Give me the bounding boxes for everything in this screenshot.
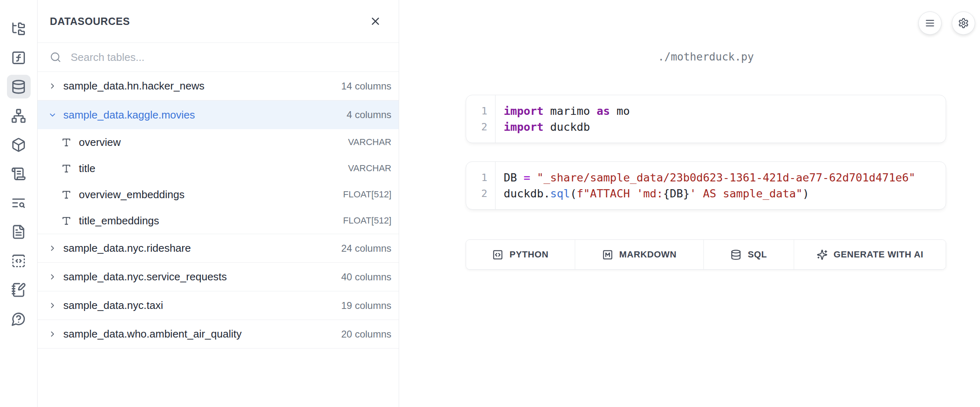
table-name: sample_data.nyc.taxi [63, 299, 335, 312]
sidebar-item-snippet-code[interactable] [7, 249, 31, 273]
panel-header: DATASOURCES [38, 0, 399, 43]
search-input[interactable] [70, 51, 386, 64]
line-number: 1 [466, 103, 495, 119]
table-row[interactable]: sample_data.kaggle.movies4 columns [38, 101, 399, 129]
chevron-right-icon [48, 330, 57, 338]
add-generate-with-ai-button[interactable]: GENERATE WITH AI [794, 240, 946, 269]
add-cell-bar: PYTHONMARKDOWNSQLGENERATE WITH AI [466, 239, 946, 270]
file-text-icon [11, 224, 26, 239]
column-name: title_embeddings [79, 215, 336, 227]
table-columns-count: 19 columns [341, 300, 391, 311]
text-search-icon [11, 195, 26, 210]
panel-title: DATASOURCES [50, 16, 130, 27]
column-name: overview_embeddings [79, 188, 336, 201]
code-cell: 12DB = "_share/sample_data/23b0d623-1361… [466, 161, 946, 210]
column-type: VARCHAR [348, 163, 391, 174]
line-number: 2 [466, 119, 495, 135]
code-editor[interactable]: import marimo as moimport duckdb [496, 95, 946, 143]
table-name: sample_data.who.ambient_air_quality [63, 328, 335, 340]
sparkles-icon [817, 249, 828, 260]
chevron-right-icon [48, 82, 57, 90]
type-icon [61, 137, 71, 148]
type-icon [61, 216, 71, 226]
help-chat-icon [11, 311, 26, 326]
type-icon [61, 190, 71, 200]
column-list: overviewVARCHARtitleVARCHARoverview_embe… [38, 129, 399, 234]
table-row[interactable]: sample_data.who.ambient_air_quality20 co… [38, 320, 399, 349]
sidebar-item-box[interactable] [7, 133, 31, 157]
code-editor[interactable]: DB = "_share/sample_data/23b0d623-1361-4… [496, 162, 946, 209]
line-number-gutter: 12 [466, 95, 496, 143]
square-code-icon [492, 249, 503, 260]
table-name: sample_data.kaggle.movies [63, 109, 340, 121]
column-row[interactable]: titleVARCHAR [38, 155, 399, 181]
sidebar-item-database[interactable] [7, 75, 31, 98]
sidebar-item-scroll-text[interactable] [7, 162, 31, 186]
add-python-button[interactable]: PYTHON [466, 240, 575, 269]
sidebar-item-folder-tree[interactable] [7, 17, 31, 40]
table-row[interactable]: sample_data.nyc.service_requests40 colum… [38, 263, 399, 291]
column-type: FLOAT[512] [343, 189, 391, 200]
table-columns-count: 40 columns [341, 271, 391, 283]
marimo-app: DATASOURCES sample_data.hn.hacker_news14… [0, 0, 980, 407]
square-m-icon [602, 249, 613, 260]
column-name: title [79, 162, 341, 175]
code-line: duckdb.sql(f"ATTACH 'md:{DB}' AS sample_… [504, 186, 946, 201]
sidebar-item-help-chat[interactable] [7, 307, 31, 331]
folder-tree-icon [11, 21, 26, 36]
add-markdown-button[interactable]: MARKDOWN [575, 240, 704, 269]
line-number-gutter: 12 [466, 162, 496, 209]
chevron-down-icon [48, 111, 57, 119]
column-row[interactable]: overviewVARCHAR [38, 129, 399, 155]
scroll-text-icon [11, 166, 26, 181]
close-icon[interactable] [369, 15, 382, 27]
column-row[interactable]: title_embeddingsFLOAT[512] [38, 208, 399, 234]
code-line: import duckdb [504, 119, 946, 135]
add-sql-button[interactable]: SQL [704, 240, 794, 269]
table-name: sample_data.hn.hacker_news [63, 80, 335, 92]
code-line: import marimo as mo [504, 103, 946, 119]
add-button-label: PYTHON [509, 249, 548, 260]
table-name: sample_data.nyc.rideshare [63, 242, 335, 255]
database-icon [730, 249, 741, 260]
chevron-right-icon [48, 244, 57, 253]
table-columns-count: 4 columns [347, 109, 391, 121]
sidebar-item-function-square[interactable] [7, 46, 31, 69]
line-number: 2 [466, 186, 495, 201]
code-line: DB = "_share/sample_data/23b0d623-1361-4… [504, 170, 946, 186]
icon-sidebar [0, 0, 38, 407]
sidebar-item-text-search[interactable] [7, 191, 31, 215]
table-columns-count: 20 columns [341, 329, 391, 340]
add-button-label: GENERATE WITH AI [834, 249, 924, 260]
sidebar-item-notebook-pen[interactable] [7, 278, 31, 302]
network-icon [11, 108, 26, 123]
table-row[interactable]: sample_data.nyc.taxi19 columns [38, 291, 399, 320]
column-row[interactable]: overview_embeddingsFLOAT[512] [38, 181, 399, 208]
sidebar-item-network[interactable] [7, 104, 31, 127]
notebook-area: ./motherduck.py 12import marimo as moimp… [400, 0, 980, 407]
box-icon [11, 137, 26, 152]
code-cell: 12import marimo as moimport duckdb [466, 95, 946, 143]
settings-button[interactable] [952, 11, 975, 35]
table-row[interactable]: sample_data.nyc.rideshare24 columns [38, 234, 399, 263]
table-columns-count: 24 columns [341, 243, 391, 254]
function-square-icon [11, 50, 26, 65]
sidebar-item-file-text[interactable] [7, 220, 31, 244]
column-type: VARCHAR [348, 137, 391, 148]
notebook-pen-icon [11, 282, 26, 297]
type-icon [61, 163, 71, 174]
table-row[interactable]: sample_data.hn.hacker_news14 columns [38, 72, 399, 101]
search-row [38, 43, 399, 72]
database-icon [11, 79, 26, 94]
column-name: overview [79, 136, 341, 149]
table-list: sample_data.hn.hacker_news14 columnssamp… [38, 72, 399, 349]
notebook-filename[interactable]: ./motherduck.py [466, 51, 946, 63]
table-columns-count: 14 columns [341, 81, 391, 92]
column-type: FLOAT[512] [343, 215, 391, 226]
datasources-panel: DATASOURCES sample_data.hn.hacker_news14… [38, 0, 399, 407]
chevron-right-icon [48, 301, 57, 310]
search-icon [50, 51, 61, 63]
add-button-label: MARKDOWN [619, 249, 676, 260]
add-button-label: SQL [748, 249, 767, 260]
chevron-right-icon [48, 273, 57, 281]
